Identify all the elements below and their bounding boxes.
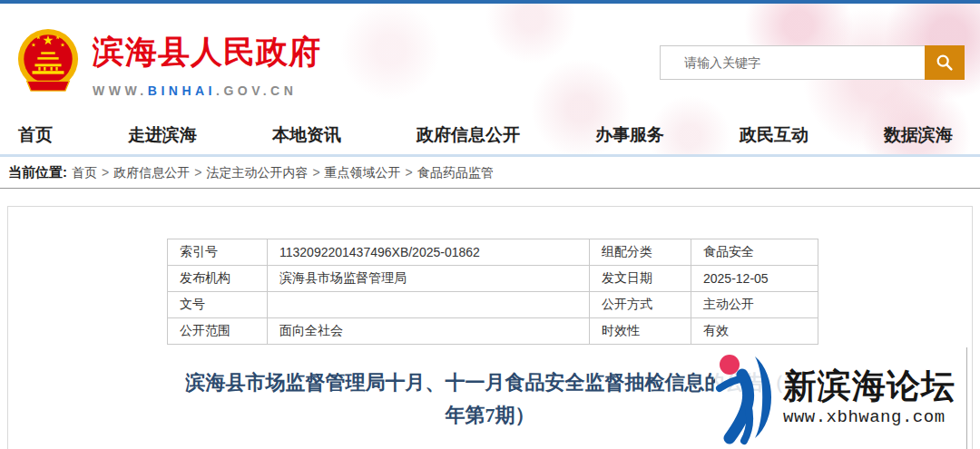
site-identity: 滨海县人民政府 WWW.BINHAI.GOV.CN (93, 31, 321, 98)
meta-value-validity: 有效 (691, 318, 818, 345)
search-icon (935, 53, 955, 73)
nav-item-services[interactable]: 办事服务 (595, 123, 664, 147)
meta-value-disclosure-method: 主动公开 (691, 292, 818, 318)
meta-label-index-no: 索引号 (168, 239, 268, 266)
table-row: 索引号 1132092201437496XB/2025-01862 组配分类 食… (168, 239, 818, 266)
nav-item-public-interaction[interactable]: 政民互动 (740, 123, 808, 147)
breadcrumb-food-drug-regulation[interactable]: 食品药品监管 (417, 165, 494, 180)
breadcrumb-home[interactable]: 首页 (72, 165, 97, 180)
meta-label-doc-number: 文号 (168, 292, 268, 318)
meta-value-doc-number (268, 292, 590, 318)
search-button[interactable] (925, 45, 965, 80)
meta-label-category: 组配分类 (590, 239, 691, 266)
breadcrumb-statutory-disclosure[interactable]: 法定主动公开内容 (206, 165, 308, 180)
site-title: 滨海县人民政府 (93, 31, 321, 73)
meta-label-issue-date: 发文日期 (590, 266, 691, 292)
nav-item-data-binhai[interactable]: 数据滨海 (884, 123, 953, 147)
table-row: 文号 公开方式 主动公开 (168, 292, 818, 318)
search-input[interactable] (660, 45, 925, 80)
table-row: 公开范围 面向全社会 时效性 有效 (168, 318, 818, 345)
forum-name: 新滨海论坛 (783, 369, 956, 405)
meta-value-disclosure-scope: 面向全社会 (268, 318, 590, 345)
nav-item-home[interactable]: 首页 (18, 123, 53, 147)
site-url: WWW.BINHAI.GOV.CN (93, 83, 321, 98)
table-row: 发布机构 滨海县市场监督管理局 发文日期 2025-12-05 (168, 266, 818, 292)
forum-watermark: 新滨海论坛 www.xbhwang.com (715, 347, 967, 449)
breadcrumb-gov-info[interactable]: 政府信息公开 (113, 165, 190, 180)
home-link[interactable] (16, 25, 80, 96)
breadcrumb-label: 当前位置: (8, 164, 67, 180)
meta-value-index-no: 1132092201437496XB/2025-01862 (268, 239, 590, 266)
nav-item-local-news[interactable]: 本地资讯 (272, 123, 341, 147)
forum-logo-icon (715, 351, 780, 445)
meta-label-validity: 时效性 (590, 318, 691, 345)
search-bar (660, 45, 965, 80)
document-meta-table: 索引号 1132092201437496XB/2025-01862 组配分类 食… (167, 239, 818, 345)
breadcrumb: 当前位置:首页>政府信息公开>法定主动公开内容>重点领域公开>食品药品监管 (0, 157, 980, 189)
nav-item-gov-info-disclosure[interactable]: 政府信息公开 (416, 123, 520, 147)
meta-label-disclosure-scope: 公开范围 (168, 318, 268, 345)
breadcrumb-key-areas[interactable]: 重点领域公开 (325, 165, 401, 180)
forum-url: www.xbhwang.com (783, 407, 956, 427)
meta-label-issuing-agency: 发布机构 (168, 266, 268, 292)
nav-item-about-binhai[interactable]: 走进滨海 (128, 123, 197, 147)
site-header: 滨海县人民政府 WWW.BINHAI.GOV.CN (0, 4, 980, 118)
meta-value-issue-date: 2025-12-05 (691, 266, 818, 292)
top-accent-bar (0, 0, 980, 4)
meta-value-category: 食品安全 (691, 239, 818, 266)
meta-label-disclosure-method: 公开方式 (590, 292, 691, 318)
main-nav: 首页 走进滨海 本地资讯 政府信息公开 办事服务 政民互动 数据滨海 (0, 118, 980, 157)
forum-watermark-text: 新滨海论坛 www.xbhwang.com (783, 369, 956, 427)
national-emblem-icon (16, 25, 80, 96)
meta-value-issuing-agency: 滨海县市场监督管理局 (268, 266, 590, 292)
